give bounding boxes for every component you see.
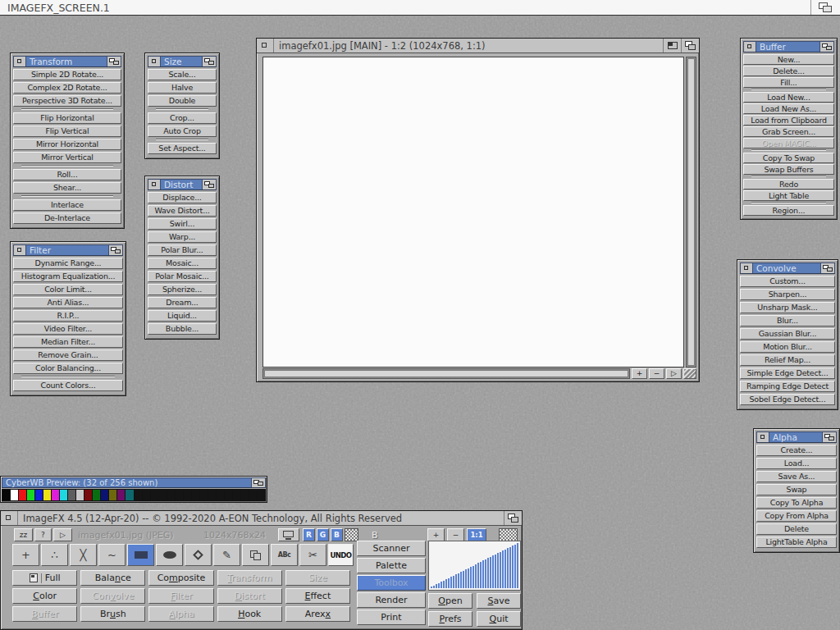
panel-button[interactable]: Mirror Vertical [13,152,121,163]
palette-swatch[interactable] [126,490,133,500]
panel-titlebar[interactable]: Buffer [743,41,834,52]
panel-button[interactable]: Create... [756,445,837,456]
depth-icon[interactable] [202,180,216,189]
panel-button[interactable]: Liquid... [148,310,217,322]
scissors-tool[interactable]: ✂ [299,544,326,566]
close-icon[interactable] [148,180,161,189]
palette-swatch[interactable] [93,490,100,500]
panel-button[interactable]: Polar Mosaic... [148,271,217,282]
panel-button[interactable]: Mirror Horizontal [13,139,121,150]
panel-button[interactable]: Relief Map... [740,354,835,366]
close-icon[interactable] [757,432,769,442]
prefs-button[interactable]: Prefs [428,611,472,627]
color-button[interactable]: Color [12,588,77,604]
panel-button[interactable]: Sobel Edge Detect... [740,394,835,405]
undo-button[interactable]: UNDO [328,544,354,566]
text-tool[interactable]: ABc [271,544,298,566]
panel-button[interactable]: Load New... [743,92,834,103]
clipboard-tool[interactable] [242,544,269,566]
panel-button[interactable]: Fill... [743,77,834,88]
panel-button[interactable]: Load New As... [743,103,834,114]
vertical-scroll-thumb[interactable] [687,58,695,366]
quit-button[interactable]: Quit [477,611,521,627]
screen-titlebar[interactable]: IMAGEFX_SCREEN.1 [0,0,840,16]
palette-swatch[interactable] [60,490,67,500]
panel-button[interactable]: Load from Clipboard [743,115,834,126]
panel-button[interactable]: Displace... [148,192,217,203]
red-channel-button[interactable]: R [303,528,315,541]
toolbox-titlebar[interactable]: ImageFX 4.5 (12-Apr-20) -- © 1992-2020 A… [1,511,522,526]
palette-window-titlebar[interactable]: CyberWB Preview: (32 of 256 shown) [2,477,266,488]
composite-button[interactable]: Composite [148,570,213,586]
palette-swatch[interactable] [184,490,191,500]
pan-button[interactable]: ▷ [666,368,682,379]
palette-swatch[interactable] [35,490,43,500]
panel-button[interactable]: Flip Vertical [13,126,121,137]
resize-grip[interactable] [683,368,696,379]
close-icon[interactable] [741,263,753,273]
scanner-button[interactable]: Scanner [357,541,426,556]
panel-button[interactable]: Ramping Edge Detect [740,381,835,392]
effect-button[interactable]: Effect [285,588,350,604]
palette-swatch[interactable] [27,490,34,500]
toolbox-button[interactable]: Toolbox [357,575,426,591]
palette-swatch[interactable] [241,490,249,500]
palette-swatch[interactable] [2,490,10,500]
panel-button[interactable]: Roll... [13,169,121,180]
panel-button[interactable]: Warp... [148,231,217,243]
palette-swatch[interactable] [11,490,18,500]
close-icon[interactable] [1,511,18,525]
full-button[interactable]: Full [12,570,77,586]
dither-pattern-icon[interactable] [345,528,358,541]
panel-button[interactable]: Median Filter... [13,336,123,348]
panel-button[interactable]: Spherize... [148,284,217,295]
palette-swatch[interactable] [159,490,167,500]
panel-button[interactable]: Double [148,95,217,107]
panel-button[interactable]: Set Aspect... [148,143,217,154]
pattern-icon[interactable] [499,528,518,541]
panel-button[interactable]: Unsharp Mask... [740,302,835,313]
panel-button[interactable]: Save As... [756,471,837,482]
zoom-in-button[interactable]: + [427,528,445,541]
one-to-one-button[interactable]: 1:1 [467,528,486,541]
monitor-icon[interactable] [278,528,299,541]
panel-button[interactable]: Count Colors... [13,380,123,391]
panel-button[interactable]: Light Table [743,190,834,201]
palette-swatch[interactable] [258,490,265,500]
panel-button[interactable]: Delete [756,523,837,535]
panel-button[interactable]: Auto Crop [148,126,217,137]
open-button[interactable]: Open [428,593,472,609]
zoom-out-button[interactable]: − [649,368,664,379]
vertical-scrollbar[interactable] [686,57,696,368]
brush-button[interactable]: Brush [80,606,145,622]
panel-button[interactable]: Custom... [740,276,835,287]
panel-titlebar[interactable]: Convolve [740,262,835,274]
palette-swatch[interactable] [200,490,208,500]
panel-button[interactable]: Color Balancing... [13,363,123,374]
panel-button[interactable]: Interlace [13,199,121,211]
panel-button[interactable]: R.I.P... [13,310,123,322]
panel-button[interactable]: Mosaic... [148,258,217,269]
panel-button[interactable]: New... [743,54,834,65]
horizontal-scrollbar[interactable] [262,368,630,379]
panel-button[interactable]: Blur... [740,315,835,326]
palette-swatch[interactable] [249,490,257,500]
move-tool[interactable]: + [12,544,39,566]
panel-button[interactable]: Halve [148,82,217,94]
panel-button[interactable]: Grab Screen... [743,126,834,137]
depth-icon[interactable] [108,245,122,255]
palette-swatch[interactable] [192,490,199,500]
depth-icon[interactable] [819,42,833,52]
depth-icon[interactable] [681,39,699,52]
depth-icon[interactable] [251,478,265,487]
panel-titlebar[interactable]: Filter [13,244,123,256]
airbrush-tool[interactable]: ∴ [41,544,68,566]
palette-swatch[interactable] [217,490,224,500]
blue-channel-button[interactable]: B [331,528,343,541]
hook-button[interactable]: Hook [217,606,282,622]
palette-swatch[interactable] [135,490,142,500]
palette-swatch[interactable] [68,490,75,500]
panel-button[interactable]: Polar Blur... [148,244,217,256]
panel-button[interactable]: LightTable Alpha [756,536,837,548]
run-button[interactable]: ▷ [53,528,72,541]
